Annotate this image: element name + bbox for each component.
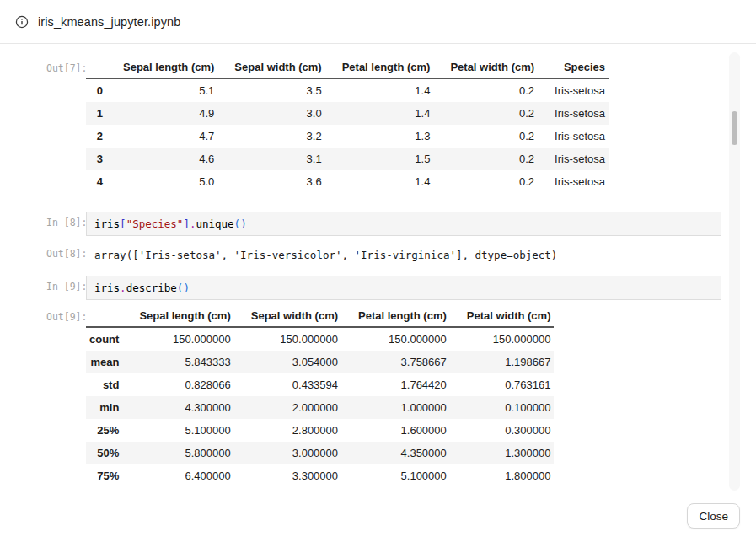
column-header: Petal width (cm)	[433, 57, 538, 78]
output-prompt: Out[9]:	[46, 306, 86, 323]
code-token: )	[240, 217, 247, 230]
column-header: Petal length (cm)	[341, 306, 450, 327]
table-row: std0.8280660.4335941.7644200.763161	[86, 373, 554, 396]
code-token: iris	[94, 217, 120, 230]
table-cell: 4.9	[106, 102, 217, 125]
table-row: 24.73.21.30.2Iris-setosa	[86, 125, 609, 148]
table-cell: 1.3	[325, 125, 434, 148]
table-row: 50%5.8000003.0000004.3500001.300000	[86, 442, 554, 464]
column-header: Species	[538, 57, 609, 78]
notebook-preview: Out[7]: Sepal length (cm)Sepal width (cm…	[0, 44, 756, 493]
row-index: 1	[86, 102, 106, 125]
info-icon	[15, 15, 29, 29]
input-prompt: In [9]:	[46, 276, 86, 292]
code-token: (	[234, 217, 241, 230]
table-cell: 3.000000	[234, 442, 341, 464]
file-preview-dialog: iris_kmeans_jupyter.ipynb Out[7]: Sepal …	[0, 0, 756, 542]
table-cell: 5.100000	[341, 464, 450, 487]
table-cell: 4.300000	[122, 396, 233, 419]
table-cell: 5.1	[106, 78, 217, 102]
row-index: min	[86, 396, 122, 419]
column-header: Sepal length (cm)	[122, 306, 233, 327]
table-cell: 4.350000	[341, 442, 450, 464]
table-cell: 1.4	[325, 170, 434, 193]
cell-output-8: Out[8]: array(['Iris-setosa', 'Iris-vers…	[46, 243, 722, 262]
table-row: 75%6.4000003.3000005.1000001.800000	[86, 464, 554, 487]
input-prompt: In [8]:	[46, 212, 86, 228]
table-cell: 0.828066	[122, 373, 233, 396]
row-index: 4	[86, 170, 106, 193]
table-cell: 150.000000	[450, 327, 555, 351]
table-row: min4.3000002.0000001.0000000.100000	[86, 396, 554, 419]
table-cell: 0.2	[433, 125, 538, 148]
table-cell: 0.2	[433, 170, 538, 193]
table-cell: 0.100000	[450, 396, 555, 419]
table-cell: 4.6	[106, 148, 217, 170]
table-row: 34.63.11.50.2Iris-setosa	[86, 148, 609, 170]
row-index: std	[86, 373, 122, 396]
table-cell: 2.800000	[234, 419, 341, 442]
table-cell: 3.758667	[341, 351, 450, 373]
column-header: Sepal length (cm)	[106, 57, 217, 78]
table-cell: 3.054000	[234, 351, 341, 373]
column-header	[86, 306, 122, 327]
table-cell: 150.000000	[122, 327, 233, 351]
column-header: Sepal width (cm)	[234, 306, 341, 327]
table-cell: 3.300000	[234, 464, 341, 487]
table-cell: 5.0	[106, 170, 217, 193]
table-cell: 1.4	[325, 102, 434, 125]
header-row: Sepal length (cm)Sepal width (cm)Petal l…	[86, 57, 609, 78]
table-cell: 1.300000	[450, 442, 555, 464]
column-header: Petal length (cm)	[325, 57, 434, 78]
table-cell: 3.2	[217, 125, 324, 148]
table-cell: 1.5	[325, 148, 434, 170]
table-cell: 3.1	[217, 148, 324, 170]
row-index: mean	[86, 351, 122, 373]
output-prompt: Out[7]:	[46, 57, 86, 74]
code-token: [	[120, 217, 126, 230]
code-token: unique	[196, 217, 233, 230]
dataframe-describe-table: Sepal length (cm)Sepal width (cm)Petal l…	[86, 306, 554, 487]
table-row: 45.03.61.40.2Iris-setosa	[86, 170, 609, 193]
row-index: 25%	[86, 419, 122, 442]
table-cell: 5.843333	[122, 351, 233, 373]
file-title: iris_kmeans_jupyter.ipynb	[38, 15, 180, 29]
column-header: Sepal width (cm)	[217, 57, 324, 78]
cell-input-9: In [9]: iris.describe()	[46, 276, 722, 300]
table-cell: 0.2	[433, 148, 538, 170]
table-cell: 3.5	[217, 78, 324, 102]
row-index: 0	[86, 78, 106, 102]
output-text: array(['Iris-setosa', 'Iris-versicolor',…	[86, 243, 557, 262]
scrollbar-thumb[interactable]	[732, 111, 737, 145]
table-cell: 1.000000	[341, 396, 450, 419]
scrollbar-track[interactable]	[729, 52, 740, 491]
row-index: count	[86, 327, 122, 351]
table-row: 05.13.51.40.2Iris-setosa	[86, 78, 609, 102]
table-row: mean5.8433333.0540003.7586671.198667	[86, 351, 554, 373]
table-cell: 0.2	[433, 78, 538, 102]
row-index: 2	[86, 125, 106, 148]
table-cell: 150.000000	[341, 327, 450, 351]
table-cell: 3.6	[217, 170, 324, 193]
table-cell: 0.2	[433, 102, 538, 125]
table-cell: 2.000000	[234, 396, 341, 419]
code-cell: iris.describe()	[86, 276, 721, 300]
table-cell: 1.764420	[341, 373, 450, 396]
code-token: "Species"	[126, 217, 184, 230]
code-token: iris	[94, 282, 120, 294]
close-button[interactable]: Close	[687, 503, 740, 529]
table-cell: 1.4	[325, 78, 434, 102]
table-cell: 1.600000	[341, 419, 450, 442]
output-prompt: Out[8]:	[46, 243, 86, 260]
row-index: 3	[86, 148, 106, 170]
code-cell: iris["Species"].unique()	[86, 212, 721, 236]
table-cell: 150.000000	[234, 327, 341, 351]
code-token: )	[183, 282, 190, 294]
column-header	[86, 57, 106, 78]
table-cell: Iris-setosa	[538, 125, 609, 148]
code-token: .	[120, 282, 126, 294]
column-header: Petal width (cm)	[450, 306, 555, 327]
table-cell: 0.433594	[234, 373, 341, 396]
code-token: describe	[126, 282, 177, 294]
dialog-header: iris_kmeans_jupyter.ipynb	[0, 0, 756, 44]
